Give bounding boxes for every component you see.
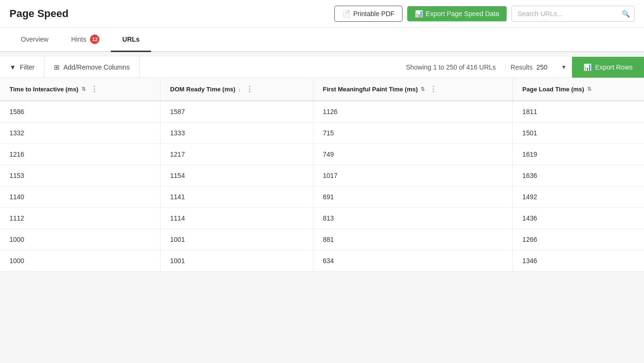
tab-urls[interactable]: URLs	[111, 28, 151, 52]
tabs-bar: Overview Hints 12 URLs	[0, 28, 644, 52]
cell-time_interactive-0: 1586	[0, 101, 161, 123]
add-remove-columns-button[interactable]: ⊞ Add/Remove Columns	[45, 57, 140, 78]
table-header-row: Time to Interactive (ms) ⇅ ⋮ DOM Ready T…	[0, 78, 644, 101]
cell-dom_ready-2: 1217	[161, 144, 313, 165]
page-title: Page Speed	[9, 8, 69, 20]
cell-time_interactive-3: 1153	[0, 165, 161, 186]
cell-first_meaningful-3: 1017	[313, 165, 512, 186]
cell-first_meaningful-2: 749	[313, 144, 512, 165]
tab-hints[interactable]: Hints 12	[60, 28, 111, 52]
cell-first_meaningful-1: 715	[313, 123, 512, 144]
cell-page_load-7: 1346	[513, 250, 644, 272]
table-body: 1586158711261811133213337151501121612177…	[0, 101, 644, 272]
results-select[interactable]: 250 100 500	[537, 63, 557, 71]
tab-overview[interactable]: Overview	[9, 28, 60, 52]
columns-icon: ⊞	[54, 63, 60, 71]
sort-icon-dom-ready[interactable]: ↓	[238, 87, 241, 92]
printable-pdf-button[interactable]: 📄 Printable PDF	[334, 6, 402, 22]
showing-text: Showing 1 to 250 of 416 URLs	[396, 63, 505, 71]
col-menu-dom-ready[interactable]: ⋮	[246, 85, 253, 94]
table-row: 133213337151501	[0, 123, 644, 144]
page-header: Page Speed 📄 Printable PDF 📊 Export Page…	[0, 0, 644, 28]
cell-first_meaningful-5: 813	[313, 208, 512, 229]
search-input[interactable]	[511, 6, 635, 22]
col-header-first-meaningful: First Meaningful Paint Time (ms) ⇅ ⋮	[313, 78, 512, 101]
cell-first_meaningful-4: 691	[313, 186, 512, 208]
search-wrapper: 🔍	[511, 6, 635, 22]
export-rows-button[interactable]: 📊 Export Rows	[572, 57, 644, 78]
cell-page_load-5: 1436	[513, 208, 644, 229]
data-table: Time to Interactive (ms) ⇅ ⋮ DOM Ready T…	[0, 78, 644, 272]
cell-page_load-3: 1636	[513, 165, 644, 186]
col-header-dom-ready: DOM Ready Time (ms) ↓ ⋮	[161, 78, 313, 101]
cell-page_load-4: 1492	[513, 186, 644, 208]
table-row: 121612177491619	[0, 144, 644, 165]
cell-time_interactive-5: 1112	[0, 208, 161, 229]
chevron-down-icon: ▼	[561, 64, 567, 71]
pdf-icon: 📄	[342, 10, 350, 18]
hints-badge: 12	[90, 35, 99, 44]
table-row: 100010018811266	[0, 229, 644, 250]
sort-icon-page-load[interactable]: ⇅	[587, 86, 591, 92]
cell-dom_ready-7: 1001	[161, 250, 313, 272]
filter-button[interactable]: ▼ Filter	[0, 57, 45, 78]
export-page-speed-button[interactable]: 📊 Export Page Speed Data	[407, 6, 507, 21]
cell-dom_ready-6: 1001	[161, 229, 313, 250]
cell-page_load-6: 1266	[513, 229, 644, 250]
data-table-container: Time to Interactive (ms) ⇅ ⋮ DOM Ready T…	[0, 78, 644, 272]
cell-time_interactive-6: 1000	[0, 229, 161, 250]
sort-icon-time-interactive[interactable]: ⇅	[81, 86, 86, 92]
cell-first_meaningful-7: 634	[313, 250, 512, 272]
cell-page_load-0: 1811	[513, 101, 644, 123]
cell-dom_ready-3: 1154	[161, 165, 313, 186]
cell-page_load-2: 1619	[513, 144, 644, 165]
export-icon: 📊	[415, 10, 423, 18]
cell-dom_ready-1: 1333	[161, 123, 313, 144]
cell-time_interactive-2: 1216	[0, 144, 161, 165]
col-header-time-interactive: Time to Interactive (ms) ⇅ ⋮	[0, 78, 161, 101]
table-row: 114011416911492	[0, 186, 644, 208]
results-label: Results	[510, 63, 533, 71]
cell-first_meaningful-0: 1126	[313, 101, 512, 123]
cell-time_interactive-1: 1332	[0, 123, 161, 144]
table-row: 100010016341346	[0, 250, 644, 272]
table-toolbar: ▼ Filter ⊞ Add/Remove Columns Showing 1 …	[0, 57, 644, 78]
col-menu-first-meaningful[interactable]: ⋮	[429, 85, 437, 94]
cell-page_load-1: 1501	[513, 123, 644, 144]
header-actions: 📄 Printable PDF 📊 Export Page Speed Data…	[334, 6, 635, 22]
table-row: 1586158711261811	[0, 101, 644, 123]
export-rows-icon: 📊	[583, 63, 591, 71]
filter-icon: ▼	[9, 63, 16, 71]
cell-dom_ready-0: 1587	[161, 101, 313, 123]
cell-time_interactive-4: 1140	[0, 186, 161, 208]
cell-dom_ready-5: 1114	[161, 208, 313, 229]
cell-time_interactive-7: 1000	[0, 250, 161, 272]
cell-dom_ready-4: 1141	[161, 186, 313, 208]
col-header-page-load: Page Load Time (ms) ⇅	[513, 78, 644, 101]
col-menu-time-interactive[interactable]: ⋮	[90, 85, 98, 94]
sort-icon-first-meaningful[interactable]: ⇅	[420, 86, 425, 92]
table-row: 1153115410171636	[0, 165, 644, 186]
table-row: 111211148131436	[0, 208, 644, 229]
cell-first_meaningful-6: 881	[313, 229, 512, 250]
results-select-wrapper: Results 250 100 500 ▼	[505, 63, 572, 71]
